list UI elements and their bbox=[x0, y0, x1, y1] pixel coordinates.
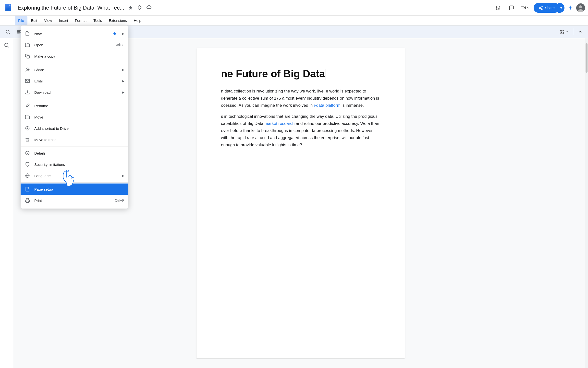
svg-point-11 bbox=[541, 9, 542, 10]
search-icon[interactable] bbox=[2, 26, 13, 37]
video-call-button[interactable] bbox=[520, 2, 531, 13]
menu-item-share[interactable]: Share ▶ bbox=[21, 64, 128, 75]
menu-bar: File Edit View Insert Format Tools Exten… bbox=[0, 16, 588, 26]
user-avatar[interactable] bbox=[576, 3, 585, 12]
menu-section-1: New ▶ Open Ctrl+O Make a copy bbox=[21, 27, 128, 63]
menu-item-shortcut[interactable]: Add shortcut to Drive bbox=[21, 123, 128, 134]
paragraph-2: s in technological innovations that are … bbox=[221, 113, 380, 148]
svg-point-17 bbox=[6, 30, 9, 33]
menu-section-5: Page setup Print Ctrl+P bbox=[21, 183, 128, 207]
shortcut-icon bbox=[24, 125, 30, 131]
new-arrow: ▶ bbox=[122, 32, 124, 36]
details-icon bbox=[24, 150, 30, 156]
menu-item-trash[interactable]: Move to trash bbox=[21, 134, 128, 145]
share-icon bbox=[24, 67, 30, 73]
language-arrow: ▶ bbox=[122, 174, 124, 178]
menu-item-copy[interactable]: Make a copy bbox=[21, 51, 128, 62]
cloud-icon[interactable] bbox=[146, 4, 152, 11]
menu-item-details[interactable]: Details bbox=[21, 147, 128, 159]
svg-rect-7 bbox=[521, 7, 524, 9]
star-icon[interactable]: ★ bbox=[128, 5, 133, 11]
document-page: ne Future of Big Data n data collection … bbox=[196, 48, 405, 358]
sidebar-icon-2[interactable] bbox=[4, 53, 10, 61]
history-button[interactable] bbox=[492, 2, 503, 13]
svg-line-13 bbox=[540, 7, 541, 7]
svg-point-26 bbox=[5, 43, 8, 47]
svg-point-33 bbox=[27, 68, 28, 70]
add-to-drive-icon[interactable] bbox=[137, 4, 142, 11]
top-bar: Exploring the Future of Big Data: What T… bbox=[0, 0, 588, 16]
menu-item-email[interactable]: Email ▶ bbox=[21, 75, 128, 87]
svg-marker-8 bbox=[524, 7, 526, 9]
share-button[interactable]: Share bbox=[534, 3, 560, 13]
svg-point-9 bbox=[541, 6, 542, 7]
collapse-toolbar-button[interactable] bbox=[575, 27, 585, 36]
menu-item-print[interactable]: Print Ctrl+P bbox=[21, 195, 128, 206]
scrollbar[interactable] bbox=[585, 38, 588, 368]
email-arrow: ▶ bbox=[122, 79, 124, 83]
scrollbar-thumb[interactable] bbox=[586, 43, 588, 73]
menu-section-3: Rename Move Add shortcut to Drive bbox=[21, 99, 128, 146]
svg-line-18 bbox=[9, 33, 10, 34]
menu-extensions[interactable]: Extensions bbox=[105, 16, 130, 25]
edit-mode-button[interactable] bbox=[557, 27, 571, 36]
trash-icon bbox=[24, 137, 30, 143]
rename-icon bbox=[24, 103, 30, 109]
gemini-button[interactable] bbox=[567, 5, 573, 11]
copy-icon bbox=[24, 53, 30, 59]
sidebar-icon-1[interactable] bbox=[4, 42, 10, 50]
svg-line-27 bbox=[8, 46, 9, 48]
menu-item-language[interactable]: Language ▶ bbox=[21, 170, 128, 181]
menu-tools[interactable]: Tools bbox=[90, 16, 105, 25]
menu-file[interactable]: File bbox=[15, 16, 27, 25]
menu-format[interactable]: Format bbox=[72, 16, 90, 25]
menu-item-rename[interactable]: Rename bbox=[21, 100, 128, 111]
svg-rect-4 bbox=[6, 9, 9, 9]
menu-item-download[interactable]: Download ▶ bbox=[21, 87, 128, 98]
svg-rect-3 bbox=[6, 8, 10, 8]
link-market-research[interactable]: market research bbox=[265, 121, 295, 126]
menu-item-open[interactable]: Open Ctrl+O bbox=[21, 39, 128, 51]
comments-button[interactable] bbox=[506, 2, 517, 13]
svg-rect-32 bbox=[27, 56, 30, 58]
menu-section-2: Share ▶ Email ▶ Download bbox=[21, 63, 128, 99]
svg-rect-2 bbox=[6, 7, 10, 7]
app-icon[interactable] bbox=[3, 2, 15, 14]
pagesetup-icon bbox=[24, 186, 30, 192]
download-arrow: ▶ bbox=[122, 90, 124, 94]
document-heading: ne Future of Big Data bbox=[221, 68, 380, 80]
menu-item-move[interactable]: Move bbox=[21, 111, 128, 123]
print-icon bbox=[24, 197, 30, 203]
share-dropdown-button[interactable]: ▾ bbox=[558, 3, 564, 13]
menu-edit[interactable]: Edit bbox=[27, 16, 41, 25]
svg-point-15 bbox=[579, 5, 582, 8]
menu-item-pagesetup[interactable]: Page setup bbox=[21, 184, 128, 195]
menu-item-security[interactable]: Security limitations bbox=[21, 159, 128, 170]
link-data-platform[interactable]: i-data platform bbox=[314, 103, 341, 108]
header-actions: Share ▾ bbox=[492, 2, 585, 13]
svg-rect-46 bbox=[26, 201, 29, 203]
share-arrow: ▶ bbox=[122, 68, 124, 72]
menu-help[interactable]: Help bbox=[130, 16, 145, 25]
new-icon bbox=[24, 31, 30, 37]
svg-rect-1 bbox=[5, 4, 11, 11]
open-icon bbox=[24, 42, 30, 48]
menu-section-4: Details Security limitations Language ▶ bbox=[21, 146, 128, 183]
title-icons: ★ bbox=[128, 4, 152, 11]
menu-item-new[interactable]: New ▶ bbox=[21, 28, 128, 39]
file-menu-dropdown: New ▶ Open Ctrl+O Make a copy bbox=[21, 26, 128, 209]
download-icon bbox=[24, 89, 30, 95]
menu-view[interactable]: View bbox=[41, 16, 55, 25]
document-body: n data collection is revolutionizing the… bbox=[221, 88, 380, 148]
language-icon bbox=[24, 173, 30, 179]
email-icon bbox=[24, 78, 30, 84]
sidebar-left bbox=[0, 38, 13, 368]
svg-point-10 bbox=[539, 7, 540, 8]
toolbar-divider-3 bbox=[573, 28, 573, 35]
menu-insert[interactable]: Insert bbox=[55, 16, 72, 25]
paragraph-1: n data collection is revolutionizing the… bbox=[221, 88, 380, 109]
document-title[interactable]: Exploring the Future of Big Data: What T… bbox=[18, 5, 124, 11]
move-icon bbox=[24, 114, 30, 120]
svg-line-38 bbox=[28, 105, 29, 105]
security-icon bbox=[24, 161, 30, 167]
